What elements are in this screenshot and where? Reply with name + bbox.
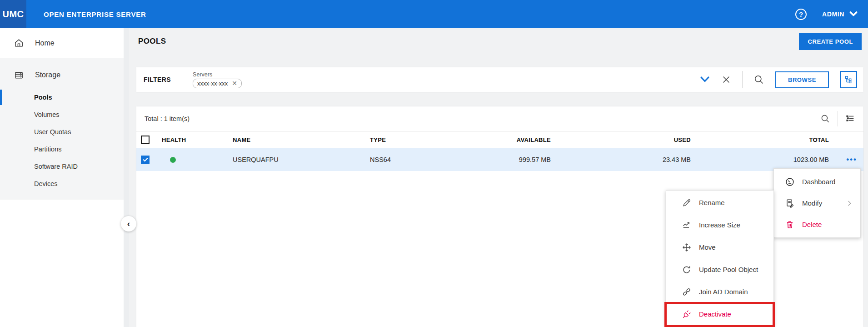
top-bar: UMC OPEN ENTERPRISE SERVER ? ADMIN: [0, 0, 868, 28]
storage-icon: [14, 70, 24, 80]
chip-remove-icon[interactable]: ✕: [232, 80, 237, 86]
total-cell: 1023.00 MB: [691, 156, 829, 163]
tree-icon: [844, 75, 853, 84]
sidebar-item-pools[interactable]: Pools: [0, 89, 124, 106]
menu-item-delete[interactable]: Delete: [774, 214, 860, 235]
menu-item-move[interactable]: Move: [666, 236, 773, 258]
topbar-actions: ? ADMIN: [795, 9, 868, 20]
sidebar-storage-group: Storage Pools Volumes User Quotas Partit…: [0, 58, 124, 200]
col-used: USED: [551, 136, 691, 143]
sidebar-item-software-raid[interactable]: Software RAID: [0, 158, 124, 175]
list-view-button[interactable]: [845, 114, 855, 124]
name-cell: USERQUAFPU: [233, 156, 370, 163]
page-header: POOLS CREATE POOL: [136, 28, 863, 55]
row-checkbox-cell: [136, 156, 162, 164]
sidebar-storage-label: Storage: [35, 71, 60, 79]
sidebar-item-volumes[interactable]: Volumes: [0, 106, 124, 123]
sidebar-item-home[interactable]: Home: [0, 28, 129, 58]
table-toolbar: Total : 1 item(s): [136, 106, 863, 131]
menu-item-label: Modify: [802, 199, 822, 207]
servers-filter-group: Servers xxxx-xx-xxx ✕: [193, 71, 242, 88]
app-title: OPEN ENTERPRISE SERVER: [44, 10, 146, 18]
total-count: Total : 1 item(s): [145, 115, 190, 122]
menu-item-rename[interactable]: Rename: [666, 191, 773, 214]
available-cell: 999.57 MB: [484, 156, 551, 163]
list-view-icon: [845, 114, 855, 124]
chevron-down-icon: [849, 11, 858, 17]
storage-subnav: Pools Volumes User Quotas Partitions Sof…: [0, 86, 124, 197]
filters-label: FILTERS: [144, 76, 171, 83]
servers-filter-label: Servers: [193, 71, 242, 78]
col-name: NAME: [233, 136, 370, 143]
create-pool-button[interactable]: CREATE POOL: [799, 33, 862, 50]
user-name: ADMIN: [822, 10, 844, 18]
row-checkbox[interactable]: [141, 156, 150, 164]
server-filter-chip-value: xxxx-xx-xxx: [197, 80, 228, 87]
col-type: TYPE: [370, 136, 484, 143]
menu-item-label: Increase Size: [699, 221, 740, 229]
refresh-icon: [682, 265, 692, 275]
dashboard-icon: [785, 177, 795, 187]
sidebar-item-devices[interactable]: Devices: [0, 175, 124, 192]
menu-item-dashboard[interactable]: Dashboard: [774, 171, 860, 192]
search-icon: [820, 114, 830, 124]
menu-item-join-ad-domain[interactable]: Join AD Domain: [666, 281, 773, 303]
chevron-down-icon: [699, 76, 710, 83]
health-status-dot: [170, 157, 176, 163]
divider: [838, 111, 838, 126]
table-search-button[interactable]: [820, 114, 830, 124]
trend-up-icon: [682, 220, 692, 230]
table-toolbar-actions: [820, 111, 855, 126]
sidebar-item-storage[interactable]: Storage: [0, 64, 124, 86]
menu-item-label: Rename: [699, 199, 725, 206]
menu-item-label: Delete: [802, 221, 822, 228]
sidebar-item-user-quotas[interactable]: User Quotas: [0, 123, 124, 141]
col-health: HEALTH: [162, 136, 233, 143]
sidebar-home-label: Home: [35, 39, 55, 47]
umc-screen: UMC OPEN ENTERPRISE SERVER ? ADMIN Home: [0, 0, 868, 327]
row-actions-button[interactable]: •••: [829, 157, 863, 162]
pencil-icon: [682, 198, 692, 208]
home-icon: [14, 38, 24, 48]
browse-button[interactable]: BROWSE: [775, 71, 829, 88]
menu-item-deactivate[interactable]: Deactivate: [666, 303, 773, 325]
filters-actions: BROWSE: [699, 71, 857, 88]
filters-expand-button[interactable]: [699, 76, 710, 83]
search-icon: [753, 74, 764, 85]
menu-item-label: Move: [699, 243, 716, 251]
move-icon: [682, 242, 692, 252]
col-total: TOTAL: [691, 136, 829, 143]
trash-icon: [785, 220, 795, 230]
close-icon: [721, 75, 731, 85]
user-menu[interactable]: ADMIN: [822, 10, 858, 18]
divider: [742, 71, 743, 88]
chevron-right-icon: [846, 200, 853, 207]
link-icon: [682, 287, 692, 297]
deactivate-plug-icon: [682, 309, 692, 319]
menu-item-update-pool-object[interactable]: Update Pool Object: [666, 258, 773, 281]
select-all-checkbox[interactable]: [141, 136, 150, 144]
row-actions-menu: Dashboard Modify Delete: [773, 168, 861, 238]
type-cell: NSS64: [370, 156, 484, 163]
page-title: POOLS: [138, 37, 166, 46]
table-row[interactable]: USERQUAFPU NSS64 999.57 MB 23.43 MB 1023…: [136, 148, 863, 171]
tree-view-button[interactable]: [840, 71, 857, 88]
header-checkbox-cell: [136, 136, 162, 144]
filters-clear-button[interactable]: [721, 75, 731, 85]
modify-submenu: Rename Increase Size Move Update Pool Ob…: [666, 190, 774, 327]
filters-search-button[interactable]: [753, 74, 764, 85]
menu-item-label: Join AD Domain: [699, 288, 748, 296]
sidebar-item-partitions[interactable]: Partitions: [0, 141, 124, 158]
sidebar-collapse-button[interactable]: ‹: [121, 216, 136, 231]
menu-item-modify[interactable]: Modify: [774, 192, 860, 214]
server-filter-chip[interactable]: xxxx-xx-xxx ✕: [193, 79, 242, 88]
health-cell: [162, 157, 233, 163]
modify-icon: [785, 198, 795, 208]
help-icon[interactable]: ?: [795, 9, 807, 20]
menu-item-increase-size[interactable]: Increase Size: [666, 214, 773, 236]
umc-logo[interactable]: UMC: [0, 0, 26, 28]
menu-item-label: Update Pool Object: [699, 266, 758, 273]
table-header-row: HEALTH NAME TYPE AVAILABLE USED TOTAL: [136, 131, 863, 148]
used-cell: 23.43 MB: [551, 156, 691, 163]
menu-item-label: Deactivate: [699, 310, 731, 318]
